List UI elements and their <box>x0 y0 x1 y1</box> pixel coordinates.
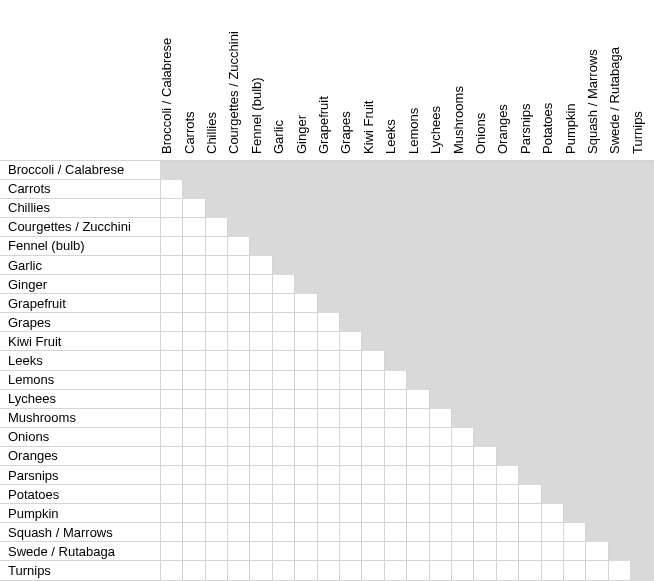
table-row: Leeks <box>0 351 654 370</box>
masked-cell <box>407 255 429 274</box>
masked-cell <box>586 217 608 236</box>
matrix-cell <box>295 427 317 446</box>
matrix-cell <box>160 294 182 313</box>
masked-cell <box>608 313 630 332</box>
masked-cell <box>541 236 563 255</box>
masked-cell <box>429 351 451 370</box>
matrix-cell <box>317 485 339 504</box>
masked-cell <box>429 370 451 389</box>
masked-cell <box>541 255 563 274</box>
table-row: Ginger <box>0 275 654 294</box>
masked-cell <box>608 217 630 236</box>
masked-cell <box>631 179 654 198</box>
masked-cell <box>608 427 630 446</box>
matrix-cell <box>474 466 496 485</box>
matrix-cell <box>295 351 317 370</box>
masked-cell <box>519 389 541 408</box>
matrix-cell <box>362 466 384 485</box>
table-row: Garlic <box>0 255 654 274</box>
matrix-cell <box>317 351 339 370</box>
row-header: Parsnips <box>0 466 160 485</box>
masked-cell <box>564 255 586 274</box>
matrix-cell <box>339 466 361 485</box>
masked-cell <box>496 294 518 313</box>
masked-cell <box>586 389 608 408</box>
matrix-cell <box>160 523 182 542</box>
matrix-cell <box>272 523 294 542</box>
matrix-cell <box>317 446 339 465</box>
matrix-cell <box>272 504 294 523</box>
row-header: Fennel (bulb) <box>0 236 160 255</box>
matrix-cell <box>317 313 339 332</box>
column-header-label: Oranges <box>495 144 510 154</box>
masked-cell <box>608 446 630 465</box>
table-row: Parsnips <box>0 466 654 485</box>
matrix-cell <box>272 275 294 294</box>
matrix-cell <box>407 446 429 465</box>
matrix-cell <box>429 561 451 580</box>
matrix-cell <box>205 466 227 485</box>
matrix-cell <box>183 542 205 561</box>
matrix-cell <box>183 313 205 332</box>
matrix-cell <box>452 523 474 542</box>
matrix-cell <box>429 485 451 504</box>
row-header: Lychees <box>0 389 160 408</box>
masked-cell <box>631 446 654 465</box>
masked-cell <box>183 160 205 179</box>
matrix-cell <box>339 370 361 389</box>
matrix-cell <box>608 561 630 580</box>
matrix-cell <box>160 427 182 446</box>
matrix-cell <box>205 389 227 408</box>
row-header: Courgettes / Zucchini <box>0 217 160 236</box>
matrix-cell <box>317 370 339 389</box>
matrix-cell <box>317 561 339 580</box>
masked-cell <box>362 236 384 255</box>
column-header-label: Broccoli / Calabrese <box>159 144 174 154</box>
masked-cell <box>429 160 451 179</box>
matrix-cell <box>272 466 294 485</box>
matrix-cell <box>250 370 272 389</box>
masked-cell <box>362 217 384 236</box>
row-header: Carrots <box>0 179 160 198</box>
matrix-cell <box>205 504 227 523</box>
matrix-cell <box>407 542 429 561</box>
matrix-cell <box>160 332 182 351</box>
matrix-cell <box>227 255 249 274</box>
matrix-cell <box>564 542 586 561</box>
column-header-label: Fennel (bulb) <box>249 144 264 154</box>
matrix-cell <box>160 370 182 389</box>
masked-cell <box>272 198 294 217</box>
matrix-cell <box>250 389 272 408</box>
matrix-cell <box>496 523 518 542</box>
matrix-cell <box>183 389 205 408</box>
masked-cell <box>474 275 496 294</box>
matrix-cell <box>160 466 182 485</box>
row-header: Turnips <box>0 561 160 580</box>
matrix-cell <box>272 370 294 389</box>
masked-cell <box>564 198 586 217</box>
matrix-cell <box>227 427 249 446</box>
column-header-label: Lemons <box>406 144 421 154</box>
masked-cell <box>317 198 339 217</box>
masked-cell <box>429 217 451 236</box>
masked-cell <box>586 427 608 446</box>
masked-cell <box>564 313 586 332</box>
masked-cell <box>474 179 496 198</box>
masked-cell <box>586 446 608 465</box>
matrix-cell <box>519 542 541 561</box>
matrix-cell <box>474 523 496 542</box>
matrix-cell <box>474 542 496 561</box>
masked-cell <box>496 313 518 332</box>
matrix-cell <box>183 504 205 523</box>
masked-cell <box>541 446 563 465</box>
masked-cell <box>452 275 474 294</box>
matrix-cell <box>452 504 474 523</box>
masked-cell <box>407 351 429 370</box>
column-header: Chillies <box>205 0 227 160</box>
row-header: Broccoli / Calabrese <box>0 160 160 179</box>
matrix-cell <box>205 332 227 351</box>
matrix-cell <box>160 198 182 217</box>
matrix-cell <box>183 332 205 351</box>
matrix-cell <box>205 255 227 274</box>
column-header: Pumpkin <box>564 0 586 160</box>
